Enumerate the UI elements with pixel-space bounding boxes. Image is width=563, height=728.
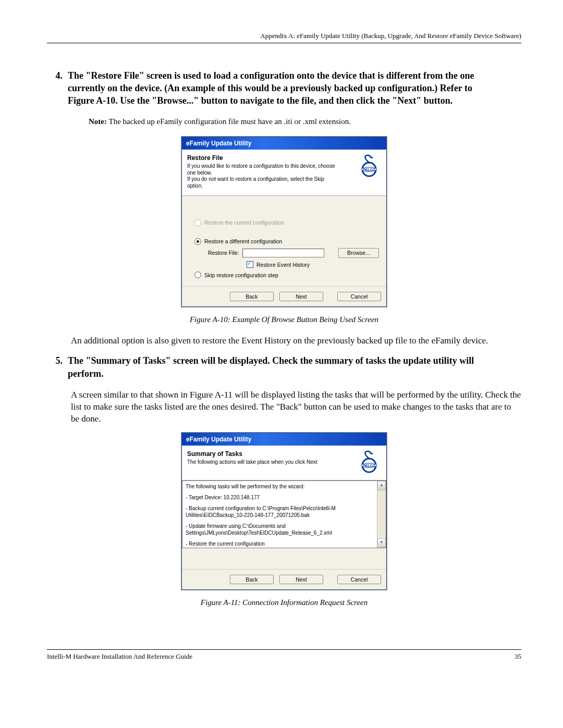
dialog-description-line1: If you would like to restore a configura…	[187, 163, 338, 176]
scroll-track[interactable]	[377, 490, 386, 538]
pelco-logo: PELCO	[357, 154, 381, 178]
page-header: Appendix A: eFamily Update Utility (Back…	[47, 31, 521, 43]
dialog-header: Summary of Tasks The following actions w…	[182, 446, 386, 480]
page-footer: Intelli-M Hardware Installation And Refe…	[47, 649, 521, 661]
dialog-description-line2: If you do not want to restore a configur…	[187, 176, 338, 189]
radio-skip-restore[interactable]: Skip restore configuration step	[194, 272, 379, 279]
pelco-logo: PELCO	[357, 450, 381, 474]
task-list: The following tasks will be performed by…	[182, 480, 386, 548]
radio-icon	[194, 272, 201, 278]
scroll-down-arrow-icon[interactable]: ▼	[377, 538, 386, 548]
task-line: - Update firmware using C:\Documents and…	[186, 523, 374, 536]
dialog-header: Restore File If you would like to restor…	[182, 150, 386, 196]
radio-restore-current[interactable]: Restore the current configuration	[194, 219, 379, 226]
restore-file-label: Restore File:	[208, 249, 239, 256]
step-4: 4. The "Restore File" screen is used to …	[47, 69, 521, 107]
dialog-title-bar: eFamily Update Utility	[182, 137, 386, 150]
next-button[interactable]: Next	[279, 292, 323, 301]
checkbox-label: Restore Event History	[256, 261, 310, 268]
svg-text:PELCO: PELCO	[363, 168, 376, 171]
figure-a10-caption: Figure A-10: Example Of Browse Button Be…	[47, 314, 521, 325]
task-line: - Backup current configuration to C:\Pro…	[186, 505, 374, 519]
cancel-button[interactable]: Cancel	[337, 292, 381, 301]
footer-left: Intelli-M Hardware Installation And Refe…	[47, 652, 192, 661]
restore-file-dialog: eFamily Update Utility Restore File If y…	[181, 137, 387, 307]
paragraph-after-fig10: An additional option is also given to re…	[71, 335, 521, 347]
scroll-up-arrow-icon[interactable]: ▲	[377, 481, 386, 490]
task-line: The following tasks will be performed by…	[186, 483, 374, 490]
back-button[interactable]: Back	[230, 575, 274, 584]
note-text: The backed up eFamily configuration file…	[107, 117, 351, 126]
dialog-title-bar: eFamily Update Utility	[182, 433, 386, 446]
radio-restore-different[interactable]: Restore a different configuration	[194, 238, 379, 245]
cancel-button[interactable]: Cancel	[337, 575, 381, 584]
restore-file-row: Restore File: Browse...	[208, 248, 379, 257]
svg-text:PELCO: PELCO	[363, 464, 376, 467]
radio-icon	[194, 219, 201, 226]
dialog-body: Restore the current configuration Restor…	[182, 196, 386, 286]
restore-file-input[interactable]	[242, 249, 324, 257]
radio-label: Restore the current configuration	[204, 219, 284, 226]
figure-a11-caption: Figure A-11: Connection Information Requ…	[47, 597, 521, 608]
step-number: 5.	[47, 354, 66, 367]
radio-label: Skip restore configuration step	[204, 272, 278, 279]
next-button[interactable]: Next	[279, 575, 323, 584]
task-line: - Restore the current configuration	[186, 540, 374, 547]
radio-label: Restore a different configuration	[204, 238, 282, 245]
step-number: 4.	[47, 69, 66, 82]
dialog-description: The following actions will take place wh…	[187, 459, 338, 466]
step-4-text: The "Restore File" screen is used to loa…	[68, 69, 490, 107]
dialog-body: The following tasks will be performed by…	[182, 480, 386, 569]
radio-icon	[194, 238, 201, 245]
dialog-subtitle: Restore File	[187, 154, 338, 162]
step-5-text: The "Summary of Tasks" screen will be di…	[68, 354, 490, 380]
browse-button[interactable]: Browse...	[338, 248, 379, 257]
back-button[interactable]: Back	[230, 292, 274, 301]
dialog-footer: Back Next Cancel	[182, 286, 386, 306]
task-line: - Target Device: 10.220.148.177	[186, 494, 374, 501]
paragraph-step5: A screen similar to that shown in Figure…	[71, 389, 521, 425]
footer-page-number: 35	[515, 652, 521, 661]
dialog-footer: Back Next Cancel	[182, 569, 386, 589]
note: Note: The backed up eFamily configuratio…	[89, 116, 521, 127]
checkbox-icon	[247, 261, 253, 268]
step-5: 5. The "Summary of Tasks" screen will be…	[47, 354, 521, 380]
summary-of-tasks-dialog: eFamily Update Utility Summary of Tasks …	[181, 433, 387, 590]
scrollbar[interactable]: ▲ ▼	[377, 481, 386, 548]
dialog-subtitle: Summary of Tasks	[187, 450, 338, 458]
note-label: Note:	[89, 117, 107, 126]
restore-event-history-row[interactable]: Restore Event History	[247, 261, 379, 268]
